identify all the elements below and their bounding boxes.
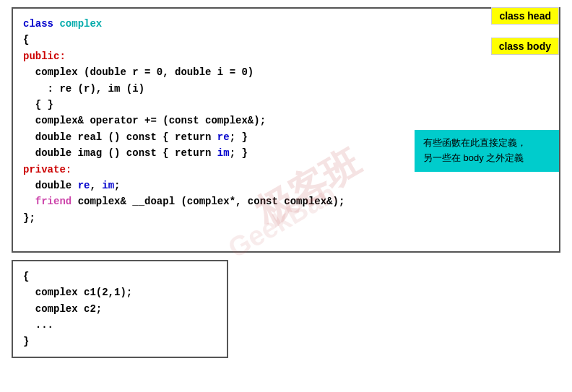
list-item: re (78, 180, 90, 191)
table-row: public: (23, 48, 549, 64)
main-container: 极客班 GeekBan class head class body 有些函數在此… (12, 7, 560, 358)
table-row: complex c2; (23, 301, 217, 317)
list-item: re (217, 131, 230, 143)
table-row: complex& operator += (const complex&); (23, 113, 549, 129)
table-row: friend complex& __doapl (complex*, const… (23, 193, 549, 209)
table-row: : re (r), im (i) (23, 81, 549, 97)
list-item: : re (r), im (i) (23, 83, 144, 95)
table-row: ... (23, 317, 217, 333)
list-item (23, 196, 35, 207)
list-item: ; } (230, 147, 248, 159)
list-item: ... (23, 319, 53, 331)
table-row: { (23, 32, 549, 48)
label-class-head: class head (491, 7, 559, 25)
list-item: friend (35, 196, 72, 207)
table-row: { (23, 269, 217, 284)
list-item: complex c2; (23, 303, 102, 315)
label-class-body: class body (491, 38, 559, 55)
list-item: { (23, 34, 29, 45)
code-box-bottom: { complex c1(2,1); complex c2; ...} (12, 260, 228, 358)
top-code: class complex{public: complex (double r … (23, 16, 549, 226)
tooltip-line2: 另一些在 body 之外定義 (423, 152, 524, 163)
code-box-top: class head class body 有些函數在此直接定義， 另一些在 b… (12, 7, 560, 253)
table-row: complex (double r = 0, double i = 0) (23, 64, 549, 80)
list-item: im (217, 147, 230, 159)
list-item: complex c1(2,1); (23, 287, 132, 298)
table-row: double re, im; (23, 178, 549, 193)
table-row: } (23, 334, 217, 349)
list-item: im (102, 180, 114, 191)
tooltip-box: 有些函數在此直接定義， 另一些在 body 之外定義 (415, 130, 559, 172)
list-item: class (23, 18, 59, 30)
table-row: class complex (23, 16, 549, 32)
tooltip-line1: 有些函數在此直接定義， (423, 137, 526, 148)
table-row: { } (23, 97, 549, 113)
table-row: complex c1(2,1); (23, 284, 217, 300)
list-item: complex& __doapl (complex*, const comple… (72, 196, 344, 207)
list-item: { } (23, 99, 53, 110)
list-item: } (23, 336, 29, 347)
list-item: complex& operator += (const complex&); (23, 115, 266, 126)
list-item: , (90, 180, 102, 191)
list-item: double imag () const { return (23, 147, 217, 159)
list-item: public: (23, 51, 66, 62)
list-item: double (23, 180, 78, 191)
list-item: double real () const { return (23, 131, 217, 143)
list-item: complex (59, 18, 102, 30)
list-item: complex (double r = 0, double i = 0) (23, 66, 254, 78)
list-item: ; } (230, 131, 248, 143)
bottom-code: { complex c1(2,1); complex c2; ...} (23, 269, 217, 349)
list-item: }; (23, 212, 35, 224)
table-row: }; (23, 210, 549, 226)
list-item: private: (23, 164, 72, 175)
list-item: { (23, 271, 29, 282)
list-item: ; (114, 180, 120, 191)
